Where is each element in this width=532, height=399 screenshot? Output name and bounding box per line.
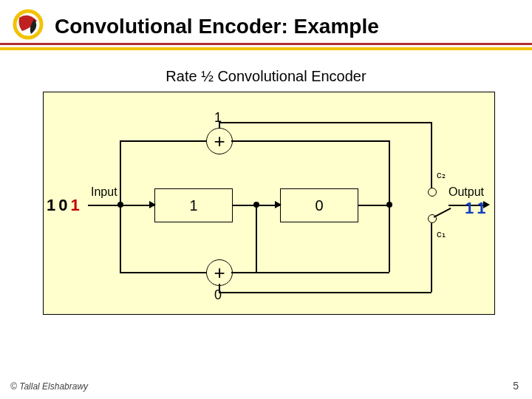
label-c2: c₂ xyxy=(437,169,446,180)
divider-yellow xyxy=(0,47,532,50)
top-adder-output: 1 xyxy=(214,110,222,126)
switch-arm xyxy=(434,208,451,218)
xor-top: + xyxy=(206,128,233,154)
input-bit-2: 1 xyxy=(71,196,83,214)
wire xyxy=(120,272,206,273)
slide-subtitle: Rate ½ Convolutional Encoder xyxy=(0,68,532,85)
wire xyxy=(219,122,432,123)
input-bit-1: 0 xyxy=(58,196,70,214)
wire xyxy=(120,205,121,272)
input-bit-0: 1 xyxy=(47,196,58,214)
switch-terminal xyxy=(428,188,437,197)
wire xyxy=(231,272,389,273)
plus-icon: + xyxy=(214,132,225,151)
arrow-icon xyxy=(149,201,156,208)
output-bit-1: 1 xyxy=(477,199,488,217)
wire xyxy=(431,122,432,191)
label-output: Output xyxy=(449,185,484,199)
output-sequence: 11 xyxy=(465,199,489,218)
plus-icon: + xyxy=(214,263,225,282)
register-2-value: 0 xyxy=(315,197,323,214)
wire xyxy=(256,205,257,272)
page-number: 5 xyxy=(513,380,519,392)
wire xyxy=(231,140,389,142)
footer-copyright: © Tallal Elshabrawy xyxy=(10,381,88,392)
wire xyxy=(120,140,206,142)
divider-red xyxy=(0,43,532,45)
wire xyxy=(389,140,390,205)
wire xyxy=(389,205,390,272)
arrow-icon xyxy=(275,201,282,208)
register-1-value: 1 xyxy=(189,197,197,214)
wire xyxy=(431,218,432,292)
wire xyxy=(120,140,121,205)
shift-register-1: 1 xyxy=(154,188,233,222)
wire xyxy=(219,292,432,293)
output-bit-0: 1 xyxy=(465,199,477,217)
slide-title: Convolutional Encoder: Example xyxy=(55,15,379,38)
bottom-adder-output: 0 xyxy=(214,287,222,303)
shift-register-2: 0 xyxy=(280,188,358,222)
wire xyxy=(219,284,220,292)
input-sequence: 101 xyxy=(47,196,83,215)
encoder-diagram: 1 0 + + 1 0 xyxy=(43,92,495,315)
label-input: Input xyxy=(91,185,117,199)
xor-bottom: + xyxy=(206,259,233,286)
label-c1: c₁ xyxy=(437,228,446,239)
logo xyxy=(10,9,46,40)
